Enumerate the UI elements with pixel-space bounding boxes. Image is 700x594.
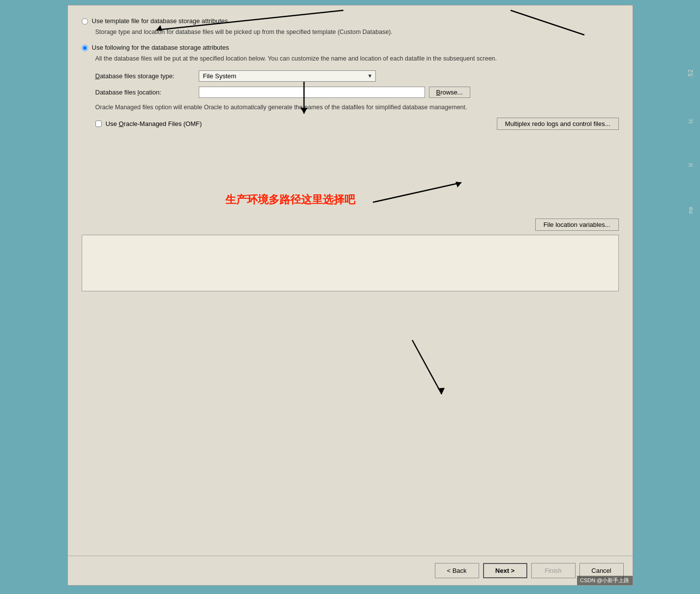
side-text-2: ic (687, 118, 694, 124)
csdn-watermark: CSDN @小新手上路 (577, 576, 632, 585)
info-text-area (82, 235, 619, 291)
omf-checkbox[interactable] (95, 121, 102, 127)
radio-template-desc: Storage type and location for database f… (95, 28, 619, 37)
back-button-label: < Back (447, 567, 466, 574)
cancel-button-label: Cancel (591, 567, 611, 574)
storage-type-dropdown-wrapper[interactable]: File System Automatic Storage Management… (199, 70, 376, 82)
side-strip: .52 ic ir ne (681, 0, 700, 594)
storage-type-select[interactable]: File System Automatic Storage Management… (199, 70, 376, 82)
radio-template[interactable] (82, 18, 88, 25)
file-location-row: File location variables... (82, 219, 619, 231)
finish-button[interactable]: Finish (531, 563, 576, 578)
svg-marker-5 (456, 182, 461, 188)
browse-button[interactable]: Browse... (429, 87, 470, 98)
radio-template-label: Use template file for database storage a… (92, 17, 228, 25)
multiplex-button-label: Multiplex redo logs and control files... (505, 120, 610, 127)
radio-following[interactable] (82, 45, 88, 51)
file-location-button[interactable]: File location variables... (535, 219, 619, 231)
omf-row: Use Oracle-Managed Files (OMF) Multiplex… (95, 118, 619, 130)
omf-checkbox-label[interactable]: Use Oracle-Managed Files (OMF) (95, 120, 202, 127)
next-button[interactable]: Next > (483, 563, 527, 578)
radio-following-label: Use following for the database storage a… (92, 44, 229, 51)
annotation-text: 生产环境多路径这里选择吧 (225, 192, 355, 207)
finish-button-label: Finish (545, 567, 562, 574)
bottom-button-bar: < Back Next > Finish Cancel (68, 556, 633, 585)
radio-following-desc: All the database files will be put at th… (95, 54, 619, 63)
side-text-3: ir (687, 162, 694, 167)
storage-type-label: Database files storage type: (95, 72, 199, 80)
radio-option-following[interactable]: Use following for the database storage a… (82, 44, 619, 51)
next-button-label: Next > (495, 567, 515, 574)
omf-label-text: Use Oracle-Managed Files (OMF) (106, 120, 202, 127)
back-button[interactable]: < Back (435, 563, 479, 578)
storage-location-input[interactable]: /oradata/{DB_UNIQUE_NAME} (199, 87, 425, 98)
radio-option-template[interactable]: Use template file for database storage a… (82, 17, 619, 25)
file-location-button-label: File location variables... (544, 221, 610, 228)
svg-line-4 (373, 183, 461, 202)
svg-line-6 (412, 340, 442, 394)
storage-location-label: Database files location: (95, 89, 199, 96)
storage-location-row: Database files location: /oradata/{DB_UN… (95, 87, 619, 98)
side-text-1: .52 (687, 69, 694, 79)
svg-marker-7 (438, 388, 445, 394)
multiplex-button[interactable]: Multiplex redo logs and control files... (497, 118, 619, 130)
omf-description: Oracle Managed files option will enable … (95, 103, 619, 112)
side-text-4: ne (687, 206, 694, 214)
storage-type-row: Database files storage type: File System… (95, 70, 619, 82)
